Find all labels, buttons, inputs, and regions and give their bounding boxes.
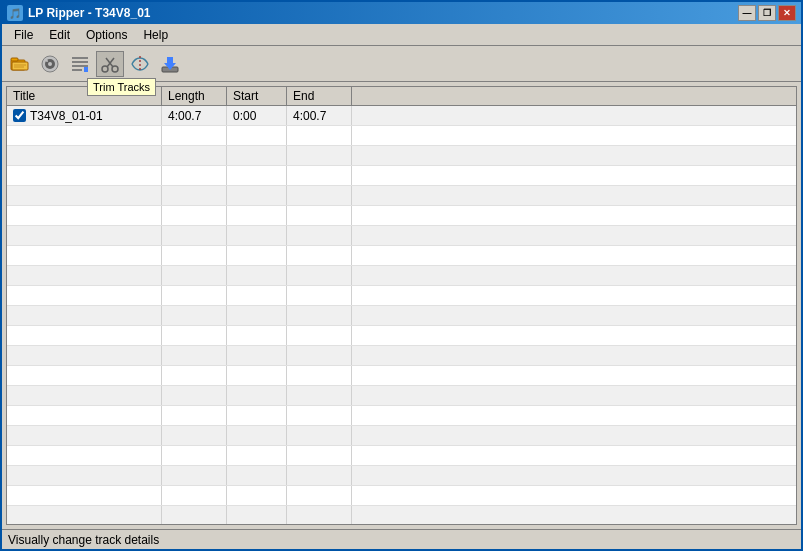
menu-bar: File Edit Options Help: [2, 24, 801, 46]
table-row: [7, 246, 796, 266]
svg-rect-10: [72, 61, 88, 63]
window-controls: — ❐ ✕: [738, 5, 796, 21]
main-window: 🎵 LP Ripper - T34V8_01 — ❐ ✕ File Edit O…: [0, 0, 803, 551]
window-title: LP Ripper - T34V8_01: [28, 6, 151, 20]
trim-tracks-button[interactable]: [96, 51, 124, 77]
cell-extra: [352, 106, 796, 125]
svg-rect-1: [11, 58, 18, 61]
app-icon: 🎵: [7, 5, 23, 21]
table-row: T34V8_01-01 4:00.7 0:00 4:00.7: [7, 106, 796, 126]
table-row: [7, 306, 796, 326]
table-row: [7, 286, 796, 306]
menu-edit[interactable]: Edit: [41, 26, 78, 44]
export-icon: [160, 54, 180, 74]
cell-title: T34V8_01-01: [7, 106, 162, 125]
svg-rect-13: [84, 67, 88, 72]
table-row: [7, 346, 796, 366]
table-row: [7, 466, 796, 486]
edit-tracks-icon: [70, 54, 90, 74]
svg-point-7: [48, 62, 52, 66]
restore-button[interactable]: ❐: [758, 5, 776, 21]
col-end[interactable]: End: [287, 87, 352, 105]
svg-line-16: [107, 58, 114, 67]
title-bar-left: 🎵 LP Ripper - T34V8_01: [7, 5, 151, 21]
table-row: [7, 126, 796, 146]
svg-rect-12: [72, 69, 82, 71]
record-icon: [40, 54, 60, 74]
table-row: [7, 506, 796, 524]
minimize-button[interactable]: —: [738, 5, 756, 21]
main-content: Title Length Start End T34V8_01-01 4:00.…: [2, 82, 801, 529]
export-button[interactable]: [156, 51, 184, 77]
col-length[interactable]: Length: [162, 87, 227, 105]
table-row: [7, 206, 796, 226]
table-row: [7, 446, 796, 466]
table-row: [7, 166, 796, 186]
menu-file[interactable]: File: [6, 26, 41, 44]
edit-tracks-button[interactable]: [66, 51, 94, 77]
trim-tracks-icon: [100, 54, 120, 74]
split-button[interactable]: [126, 51, 154, 77]
table-row: [7, 426, 796, 446]
table-row: [7, 386, 796, 406]
toolbar: Trim Tracks: [2, 46, 801, 82]
col-start[interactable]: Start: [227, 87, 287, 105]
table-row: [7, 486, 796, 506]
table-row: [7, 146, 796, 166]
menu-options[interactable]: Options: [78, 26, 135, 44]
split-icon: [130, 54, 150, 74]
menu-help[interactable]: Help: [135, 26, 176, 44]
table-row: [7, 186, 796, 206]
close-button[interactable]: ✕: [778, 5, 796, 21]
svg-rect-2: [12, 62, 28, 70]
open-button[interactable]: [6, 51, 34, 77]
record-button[interactable]: [36, 51, 64, 77]
status-text: Visually change track details: [8, 533, 159, 547]
track-checkbox[interactable]: [13, 109, 26, 122]
open-folder-icon: [10, 54, 30, 74]
col-title[interactable]: Title: [7, 87, 162, 105]
table-body: T34V8_01-01 4:00.7 0:00 4:00.7: [7, 106, 796, 524]
table-row: [7, 326, 796, 346]
col-extra: [352, 87, 796, 105]
cell-end: 4:00.7: [287, 106, 352, 125]
cell-start: 0:00: [227, 106, 287, 125]
table-row: [7, 406, 796, 426]
table-row: [7, 366, 796, 386]
track-title: T34V8_01-01: [30, 109, 103, 123]
table-row: [7, 266, 796, 286]
svg-rect-9: [72, 57, 88, 59]
status-bar: Visually change track details: [2, 529, 801, 549]
track-table: Title Length Start End T34V8_01-01 4:00.…: [6, 86, 797, 525]
table-header: Title Length Start End: [7, 87, 796, 106]
table-row: [7, 226, 796, 246]
svg-point-8: [46, 60, 48, 62]
cell-length: 4:00.7: [162, 106, 227, 125]
title-bar: 🎵 LP Ripper - T34V8_01 — ❐ ✕: [2, 2, 801, 24]
svg-rect-11: [72, 65, 88, 67]
svg-line-17: [106, 58, 113, 67]
